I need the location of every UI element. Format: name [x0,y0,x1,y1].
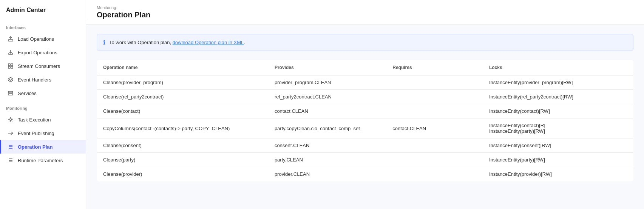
page-header: Monitoring Operation Plan [86,0,644,25]
table-row: Cleanse(rel_party2contract) rel_party2co… [97,90,633,104]
cell-provides: provider_program.CLEAN [269,75,386,90]
svg-rect-0 [8,40,13,41]
main-content: Monitoring Operation Plan ℹ To work with… [86,0,644,209]
cell-requires [386,104,483,118]
cell-requires [386,167,483,181]
info-banner: ℹ To work with Operation plan, download … [97,34,633,51]
sidebar-item-export-operations[interactable]: Export Operations [0,46,86,59]
monitoring-section-label: Monitoring [0,100,86,113]
cell-operation: Cleanse(consent) [97,138,269,153]
svg-rect-1 [8,64,10,66]
table-row: CopyColumns(contact -(contacts)-> party,… [97,118,633,138]
cell-requires: contact.CLEAN [386,118,483,138]
settings-icon [7,116,14,123]
svg-rect-2 [11,64,13,66]
export-icon [7,49,14,56]
list-icon [7,143,14,150]
svg-point-7 [12,92,13,92]
table-row: Cleanse(consent) consent.CLEAN InstanceE… [97,138,633,153]
cell-provides: contact.CLEAN [269,104,386,118]
col-header-requires: Requires [386,60,483,75]
sidebar-label-task-execution: Task Execution [18,117,51,123]
cell-locks: InstanceEntity(contact)[RW] [483,104,633,118]
sidebar-item-event-publishing[interactable]: Event Publishing [0,126,86,140]
sidebar-label-export-operations: Export Operations [18,50,57,55]
sidebar-label-load-operations: Load Operations [18,36,54,42]
cell-locks: InstanceEntity(provider_program)[RW] [483,75,633,90]
sidebar-item-stream-consumers[interactable]: Stream Consumers [0,59,86,73]
cell-operation: Cleanse(contact) [97,104,269,118]
table-row: Cleanse(contact) contact.CLEAN InstanceE… [97,104,633,118]
cell-requires [386,75,483,90]
app-title: Admin Center [0,0,86,19]
svg-point-9 [10,119,12,121]
sidebar-item-event-handlers[interactable]: Event Handlers [0,73,86,86]
info-text: To work with Operation plan, download Op… [109,40,245,45]
cell-provides: party.copyClean.cio_contact_comp_set [269,118,386,138]
sidebar-label-stream-consumers: Stream Consumers [18,63,60,69]
svg-rect-4 [11,66,13,68]
cell-locks: InstanceEntity(provider)[RW] [483,167,633,181]
col-header-operation: Operation name [97,60,269,75]
sidebar-item-services[interactable]: Services [0,86,86,100]
page-title: Operation Plan [97,11,633,19]
cell-locks: InstanceEntity(party)[RW] [483,153,633,167]
cell-operation: Cleanse(provider_program) [97,75,269,90]
col-header-locks: Locks [483,60,633,75]
table-header-row: Operation name Provides Requires Locks [97,60,633,75]
sidebar-item-operation-plan[interactable]: Operation Plan [0,140,86,154]
sidebar-label-runtime-parameters: Runtime Parameters [18,158,63,163]
upload-icon [7,35,14,42]
info-icon: ℹ [103,39,105,46]
cell-locks: InstanceEntity(rel_party2contract)[RW] [483,90,633,104]
server-icon [7,90,14,97]
download-xml-link[interactable]: download Operation plan in XML [173,40,244,45]
main-body: ℹ To work with Operation plan, download … [86,25,644,209]
cell-provides: rel_party2contract.CLEAN [269,90,386,104]
interfaces-section-label: Interfaces [0,19,86,32]
cell-requires [386,90,483,104]
cell-operation: Cleanse(party) [97,153,269,167]
table-row: Cleanse(party) party.CLEAN InstanceEntit… [97,153,633,167]
arrow-right-icon [7,130,14,137]
cell-provides: provider.CLEAN [269,167,386,181]
sidebar-label-event-handlers: Event Handlers [18,77,51,83]
operation-plan-table: Operation name Provides Requires Locks C… [97,60,633,181]
svg-point-8 [12,94,13,95]
sidebar-label-event-publishing: Event Publishing [18,131,54,136]
cell-requires [386,153,483,167]
table-row: Cleanse(provider) provider.CLEAN Instanc… [97,167,633,181]
sidebar-item-runtime-parameters[interactable]: Runtime Parameters [0,154,86,167]
cell-locks: InstanceEntity(contact)[R]InstanceEntity… [483,118,633,138]
cell-requires [386,138,483,153]
cell-provides: party.CLEAN [269,153,386,167]
sidebar-item-task-execution[interactable]: Task Execution [0,113,86,126]
sidebar-item-load-operations[interactable]: Load Operations [0,32,86,46]
breadcrumb: Monitoring [97,5,633,10]
runtime-list-icon [7,157,14,164]
cell-operation: Cleanse(provider) [97,167,269,181]
grid-icon [7,63,14,69]
layers-icon [7,76,14,83]
sidebar: Admin Center Interfaces Load Operations … [0,0,86,209]
cell-operation: Cleanse(rel_party2contract) [97,90,269,104]
cell-locks: InstanceEntity(consent)[RW] [483,138,633,153]
svg-rect-3 [8,66,10,68]
col-header-provides: Provides [269,60,386,75]
sidebar-label-operation-plan: Operation Plan [18,144,53,150]
cell-provides: consent.CLEAN [269,138,386,153]
cell-operation: CopyColumns(contact -(contacts)-> party,… [97,118,269,138]
sidebar-label-services: Services [18,91,37,96]
table-row: Cleanse(provider_program) provider_progr… [97,75,633,90]
